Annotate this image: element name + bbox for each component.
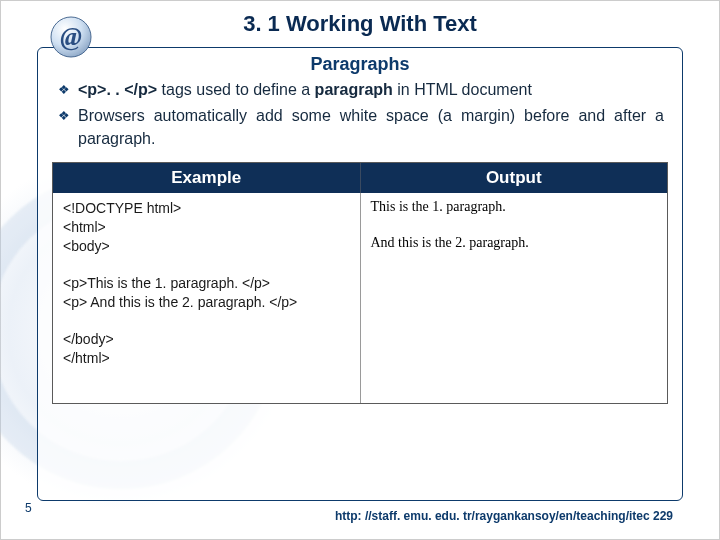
- code-block: </body> </html>: [63, 330, 350, 368]
- bullet-item: Browsers automatically add some white sp…: [56, 105, 664, 150]
- subtitle: Paragraphs: [52, 54, 668, 75]
- code-fragment: <p>. . </p>: [78, 81, 157, 98]
- code-block: <!DOCTYPE html> <html> <body>: [63, 199, 350, 256]
- table-header-output: Output: [361, 163, 668, 193]
- footer-url: http: //staff. emu. edu. tr/raygankansoy…: [335, 509, 673, 523]
- content-panel: Paragraphs <p>. . </p> tags used to defi…: [37, 47, 683, 501]
- bullet-item: <p>. . </p> tags used to define a paragr…: [56, 79, 664, 101]
- bullet-text: in HTML document: [393, 81, 532, 98]
- output-line: This is the 1. paragraph.: [371, 199, 658, 215]
- keyword: paragraph: [315, 81, 393, 98]
- table-body-row: <!DOCTYPE html> <html> <body> <p>This is…: [53, 193, 667, 403]
- slide-title: 3. 1 Working With Text: [1, 1, 719, 37]
- table-header-example: Example: [53, 163, 361, 193]
- bullet-text: Browsers automatically add some white sp…: [78, 107, 664, 146]
- output-cell: This is the 1. paragraph. And this is th…: [361, 193, 668, 403]
- table-header-row: Example Output: [53, 163, 667, 193]
- page-number: 5: [25, 501, 32, 515]
- example-table: Example Output <!DOCTYPE html> <html> <b…: [52, 162, 668, 404]
- bullet-text: tags used to define a: [157, 81, 314, 98]
- slide: @ 3. 1 Working With Text Paragraphs <p>.…: [0, 0, 720, 540]
- output-line: And this is the 2. paragraph.: [371, 235, 658, 251]
- example-code-cell: <!DOCTYPE html> <html> <body> <p>This is…: [53, 193, 361, 403]
- code-block: <p>This is the 1. paragraph. </p> <p> An…: [63, 274, 350, 312]
- bullet-list: <p>. . </p> tags used to define a paragr…: [52, 79, 668, 150]
